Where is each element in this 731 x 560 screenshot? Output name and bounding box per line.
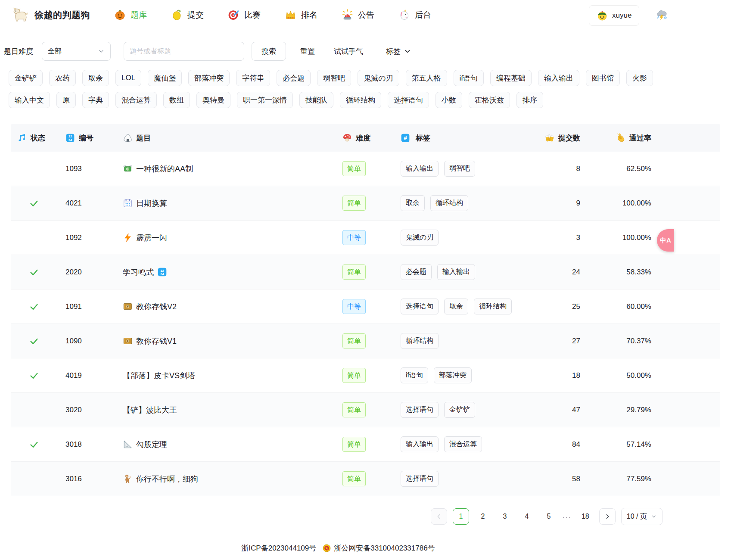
problem-tag-chip[interactable]: 取余 (444, 299, 468, 314)
difficulty-cell: 简单 (342, 333, 401, 348)
difficulty-badge: 简单 (342, 264, 366, 280)
pagination-page-1[interactable]: 1 (453, 508, 469, 525)
difficulty-select[interactable]: 全部 (42, 42, 111, 61)
filter-tag-chip[interactable]: 部落冲突 (188, 70, 230, 86)
filter-tag-chip[interactable]: 技能队 (299, 92, 333, 108)
problem-tag-chip[interactable]: 输入输出 (437, 264, 475, 280)
filter-tag-chip[interactable]: 奥特曼 (196, 92, 230, 108)
pagination-next-button[interactable] (599, 508, 616, 525)
problem-title-text: 【部落】皮卡VS剑塔 (123, 370, 195, 381)
submissions-count: 47 (533, 406, 580, 414)
pagination-page-5[interactable]: 5 (541, 508, 557, 525)
page-size-select[interactable]: 10 / 页 (621, 508, 663, 525)
filter-tag-chip[interactable]: 排序 (516, 92, 543, 108)
yen-icon: ¥ (123, 302, 133, 311)
problem-tag-chip[interactable]: 混合运算 (444, 436, 482, 452)
chevron-right-icon (604, 513, 611, 520)
reset-button[interactable]: 重置 (300, 47, 315, 56)
filter-tag-chip[interactable]: 循环结构 (340, 92, 381, 108)
problem-title[interactable]: 霹雳一闪 (123, 233, 342, 243)
problem-tag-chip[interactable]: 部落冲突 (434, 367, 472, 383)
problem-tag-chip[interactable]: 选择语句 (401, 471, 439, 487)
police-record[interactable]: 浙公网安备33100402331786号 (322, 543, 435, 553)
filter-tag-chip[interactable]: 金铲铲 (9, 70, 43, 86)
crown-icon (285, 9, 296, 21)
problem-tag-chip[interactable]: 鬼滅の刃 (401, 230, 439, 246)
svg-text:34: 34 (68, 138, 72, 142)
nav-item-ranking[interactable]: 排名 (285, 9, 317, 21)
filter-tag-chip[interactable]: LOL (115, 70, 141, 86)
problem-tag-chip[interactable]: 必会题 (401, 264, 432, 280)
nav-item-admin[interactable]: 后台 (398, 9, 431, 21)
filter-tag-chip[interactable]: 弱智吧 (317, 70, 351, 86)
tags-toggle[interactable]: 标签 (386, 47, 411, 56)
search-button[interactable]: 搜索 (252, 42, 286, 61)
filter-tag-chip[interactable]: 字符串 (236, 70, 270, 86)
filter-tag-chip[interactable]: 图书馆 (586, 70, 620, 86)
problem-tag-chip[interactable]: if语句 (401, 367, 428, 383)
filter-tag-chip[interactable]: 取余 (82, 70, 109, 86)
filter-tag-chip[interactable]: 混合运算 (115, 92, 157, 108)
dog-logo-icon (11, 6, 28, 24)
table-row: 1093$一种很新的AA制简单输入输出弱智吧862.50% (11, 152, 720, 186)
pagination-page-4[interactable]: 4 (519, 508, 535, 525)
filter-tag-chip[interactable]: 霍格沃兹 (469, 92, 510, 108)
filter-tag-chip[interactable]: if语句 (454, 70, 484, 86)
problem-tag-chip[interactable]: 选择语句 (401, 402, 439, 418)
filter-tag-chip[interactable]: 第五人格 (406, 70, 447, 86)
problem-title[interactable]: 日期换算 (123, 198, 342, 208)
filter-tag-chip[interactable]: 字典 (82, 92, 109, 108)
nav-item-contests[interactable]: 比赛 (228, 9, 261, 21)
problem-title[interactable]: 【部落】皮卡VS剑塔 (123, 370, 342, 381)
money-wings-icon: $ (123, 164, 133, 174)
problem-tag-chip[interactable]: 金铲铲 (444, 402, 475, 418)
problem-tag-chip[interactable]: 循环结构 (474, 299, 512, 314)
filter-tag-chip[interactable]: 农药 (49, 70, 76, 86)
filter-tag-chip[interactable]: 数组 (163, 92, 190, 108)
nav-item-problems[interactable]: 题库 (114, 9, 147, 21)
nav-item-submissions[interactable]: 提交 (171, 9, 204, 21)
filter-tag-chip[interactable]: 鬼滅の刃 (358, 70, 399, 86)
problem-title[interactable]: ¥教你存钱V2 (123, 302, 342, 312)
problem-title[interactable]: 学习鸣式1234 (123, 267, 342, 277)
pagination-prev-button[interactable] (431, 508, 447, 525)
problem-title[interactable]: $一种很新的AA制 (123, 164, 342, 174)
pagination-pages: 12345···18 (453, 508, 594, 525)
problem-title[interactable]: ¥教你存钱V1 (123, 336, 342, 346)
problem-title[interactable]: 你行不行啊，细狗 (123, 474, 342, 484)
problem-tag-chip[interactable]: 输入输出 (401, 436, 439, 452)
problem-title-text: 霹雳一闪 (136, 233, 167, 243)
problem-title[interactable]: 勾股定理 (123, 439, 342, 450)
filter-tag-chip[interactable]: 小数 (435, 92, 462, 108)
problem-tag-chip[interactable]: 弱智吧 (444, 161, 475, 177)
pagination-page-2[interactable]: 2 (475, 508, 491, 525)
filter-tag-chip[interactable]: 选择语句 (388, 92, 429, 108)
lucky-button[interactable]: 试试手气 (334, 47, 363, 56)
mushroom-icon (342, 133, 352, 143)
pagination-page-3[interactable]: 3 (497, 508, 513, 525)
weather-storm-icon[interactable] (655, 8, 669, 22)
problem-tag-chip[interactable]: 循环结构 (430, 195, 468, 211)
pagination-page-18[interactable]: 18 (577, 508, 594, 525)
icp-record[interactable]: 浙ICP备2023044109号 (241, 543, 316, 553)
filter-tag-chip[interactable]: 职一第一深情 (237, 92, 293, 108)
filter-tag-chip[interactable]: 输入输出 (538, 70, 579, 86)
tags-cell: 输入输出混合运算 (401, 436, 533, 452)
home-link[interactable]: 徐越的判题狗 (11, 6, 90, 24)
filter-tag-chip[interactable]: 输入中文 (9, 92, 50, 108)
nav-item-announcements[interactable]: 公告 (342, 9, 374, 21)
filter-tag-chip[interactable]: 原 (56, 92, 76, 108)
problem-tag-chip[interactable]: 取余 (401, 195, 425, 211)
problem-title-text: 【铲】波比大王 (123, 405, 177, 415)
problem-tag-chip[interactable]: 输入输出 (401, 161, 439, 177)
filter-tag-chip[interactable]: 火影 (626, 70, 653, 86)
filter-tag-chip[interactable]: 编程基础 (490, 70, 532, 86)
problem-tag-chip[interactable]: 循环结构 (401, 333, 439, 349)
user-menu-button[interactable]: xuyue (589, 5, 639, 26)
search-input[interactable] (124, 42, 244, 61)
filter-tag-chip[interactable]: 魔仙堡 (148, 70, 182, 86)
problem-tag-chip[interactable]: 选择语句 (401, 299, 439, 314)
pass-rate: 77.59% (580, 475, 651, 483)
filter-tag-chip[interactable]: 必会题 (277, 70, 311, 86)
problem-title[interactable]: 【铲】波比大王 (123, 405, 342, 415)
